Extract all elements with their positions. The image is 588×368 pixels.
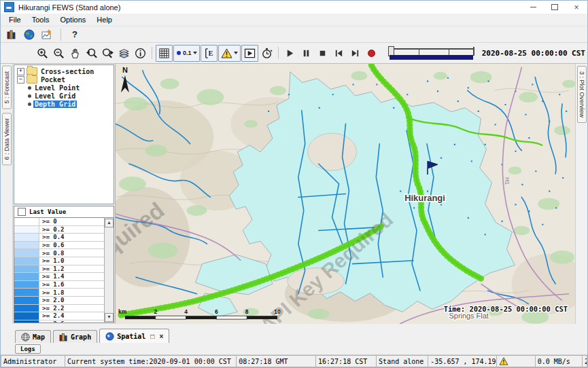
minimize-icon — [530, 7, 536, 7]
elevation-icon: E — [203, 48, 215, 59]
tab-spatial[interactable]: Spatial □ × — [99, 329, 169, 343]
timeseries-button[interactable] — [40, 28, 54, 41]
legend-row[interactable]: >= 1.8 — [14, 289, 104, 297]
maximize-button[interactable] — [544, 1, 566, 14]
bottom-gap — [1, 324, 587, 329]
toolbar-separator — [152, 47, 152, 59]
legend-scrollbar[interactable]: ▲ ▼ — [104, 218, 114, 323]
menu-item[interactable]: Tools — [27, 14, 55, 25]
legend-swatch — [14, 257, 39, 265]
close-button[interactable]: × — [566, 1, 587, 14]
zoom-next-button[interactable] — [100, 45, 116, 61]
record-button[interactable] — [364, 45, 379, 61]
menu-bar: File Tools Options Help — [1, 14, 587, 26]
tab-data-viewer[interactable]: 6 : Data Viewer — [2, 113, 12, 165]
minimize-button[interactable] — [522, 1, 544, 14]
zoom-in-button[interactable] — [35, 45, 50, 61]
right-tab-strip: 3 : Plot Overview — [575, 64, 587, 324]
status-local-time: 16:27:18 CST — [315, 355, 376, 367]
pause-button[interactable] — [298, 45, 314, 61]
legend-row[interactable]: >= 0.2 — [14, 226, 104, 234]
legend-row[interactable]: >= 0 — [14, 218, 104, 226]
help-button[interactable]: ? — [68, 28, 82, 41]
legend-value: >= 0.8 — [39, 249, 104, 257]
legend-row[interactable]: >= 1.0 — [14, 257, 104, 265]
warning-icon — [221, 48, 232, 58]
legend-row[interactable]: >= 1.4 — [14, 273, 104, 281]
tree-node-label[interactable]: Pocket — [39, 76, 67, 84]
layers-button[interactable] — [116, 45, 132, 61]
info-button[interactable] — [133, 45, 148, 61]
tree-node-label[interactable]: Level Grid — [33, 92, 77, 100]
tree-node-label[interactable]: Level Point — [33, 84, 81, 92]
reports-button[interactable] — [5, 28, 18, 41]
play-button[interactable] — [282, 45, 298, 61]
node-bullet-icon — [28, 94, 31, 98]
legend-swatch — [14, 297, 39, 304]
legend-row[interactable]: >= 2.0 — [14, 297, 104, 305]
warning-layer-dropdown[interactable] — [218, 45, 241, 62]
svg-text:2: 2 — [154, 308, 157, 315]
logs-button[interactable]: Logs — [15, 344, 41, 354]
last-value-checkbox[interactable] — [18, 208, 26, 216]
legend-row[interactable]: >= 1.6 — [14, 281, 104, 289]
record-icon — [368, 50, 375, 57]
legend-rows: >= 0 >= 0.2 >= 0.4 — [14, 218, 104, 323]
animation-button[interactable] — [241, 45, 258, 62]
svg-text:10: 10 — [274, 308, 281, 315]
legend-row[interactable]: >= 2.6 — [14, 320, 104, 323]
tree-node-level-grid[interactable]: Level Grid — [14, 92, 114, 100]
legend-swatch — [14, 265, 39, 273]
time-settings-button[interactable] — [259, 45, 275, 61]
tab-forecast[interactable]: 5 : Forecast — [2, 66, 12, 109]
status-mode: Stand alone — [376, 355, 428, 367]
tab-maximize-icon[interactable]: □ — [150, 333, 154, 340]
legend-swatch — [14, 320, 39, 323]
tab-close-icon[interactable]: × — [159, 333, 163, 340]
tree-node-label[interactable]: Cross-section — [39, 68, 95, 75]
scroll-up-icon[interactable]: ▲ — [105, 219, 114, 227]
legend-value: >= 0.6 — [39, 242, 104, 249]
legend-value: >= 2.0 — [39, 297, 104, 304]
expand-icon[interactable]: + — [17, 68, 24, 75]
timeline-range-bar — [390, 55, 473, 60]
map-viewport[interactable]: API Key Required API Key Required H1 Hik… — [116, 64, 575, 324]
legend-row[interactable]: >= 0.8 — [14, 249, 104, 257]
grid-icon — [158, 48, 170, 59]
collapse-icon[interactable]: − — [17, 76, 24, 84]
tab-graph[interactable]: Graph — [53, 330, 97, 343]
legend-row[interactable]: >= 0.6 — [14, 242, 104, 250]
tree-node-label-selected[interactable]: Depth Grid — [33, 100, 77, 108]
svg-text:km: km — [118, 308, 126, 315]
tree-node-level-point[interactable]: Level Point — [14, 84, 114, 92]
tab-map[interactable]: Map — [15, 330, 51, 343]
zoom-out-button[interactable] — [51, 45, 67, 61]
tab-plot-overview[interactable]: 3 : Plot Overview — [577, 66, 587, 123]
node-bullet-icon — [28, 103, 31, 106]
globe-icon — [24, 29, 35, 40]
timeline-slider[interactable] — [388, 45, 474, 60]
elevation-button[interactable]: E — [201, 45, 218, 62]
status-warning[interactable] — [496, 355, 534, 367]
grid-display-button[interactable] — [156, 45, 173, 62]
map-display-button[interactable] — [22, 28, 36, 41]
pan-button[interactable] — [67, 45, 83, 61]
first-step-button[interactable] — [331, 45, 347, 61]
last-step-button[interactable] — [347, 45, 363, 61]
tree-node-pocket[interactable]: − Pocket — [14, 75, 114, 84]
stop-button[interactable] — [315, 45, 330, 61]
grid-interval-dropdown[interactable]: 0.1 — [173, 45, 200, 62]
legend-row[interactable]: >= 1.2 — [14, 265, 104, 274]
menu-item[interactable]: File — [3, 14, 27, 25]
skip-end-icon — [350, 48, 360, 58]
scroll-down-icon[interactable]: ▼ — [105, 313, 114, 322]
toolbar-separator — [278, 47, 279, 59]
menu-item[interactable]: Options — [54, 14, 91, 25]
zoom-previous-button[interactable] — [84, 45, 99, 61]
menu-item[interactable]: Help — [91, 14, 118, 25]
tree-node-depth-grid[interactable]: Depth Grid — [14, 100, 114, 108]
legend-row[interactable]: >= 2.4 — [14, 312, 104, 320]
timer-icon — [260, 47, 273, 60]
legend-row[interactable]: >= 2.2 — [14, 305, 104, 313]
legend-row[interactable]: >= 0.4 — [14, 234, 104, 242]
